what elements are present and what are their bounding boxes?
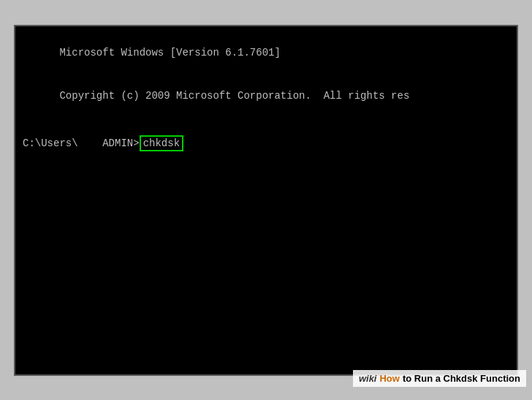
cmd-line-2: Copyright (c) 2009 Microsoft Corporation… (23, 75, 509, 118)
watermark-title: to Run a Chkdsk Function (403, 373, 520, 384)
typed-command[interactable]: chkdsk (140, 135, 183, 151)
watermark-wiki-label: wiki (359, 373, 377, 384)
cmd-line-1: Microsoft Windows [Version 6.1.7601] (23, 32, 509, 75)
copyright-text: Copyright (c) 2009 Microsoft Corporation… (59, 90, 409, 102)
watermark-how-label: How (379, 373, 399, 384)
cmd-prompt-line: C:\Users\ ADMIN> chkdsk (23, 135, 509, 151)
prompt-text: C:\Users\ ADMIN> (23, 137, 140, 149)
version-text: Microsoft Windows [Version 6.1.7601] (59, 47, 280, 59)
watermark: wiki How to Run a Chkdsk Function (353, 370, 526, 387)
cmd-window: Microsoft Windows [Version 6.1.7601] Cop… (14, 25, 518, 376)
cmd-line-blank (23, 118, 509, 132)
outer-container: Microsoft Windows [Version 6.1.7601] Cop… (0, 0, 532, 400)
